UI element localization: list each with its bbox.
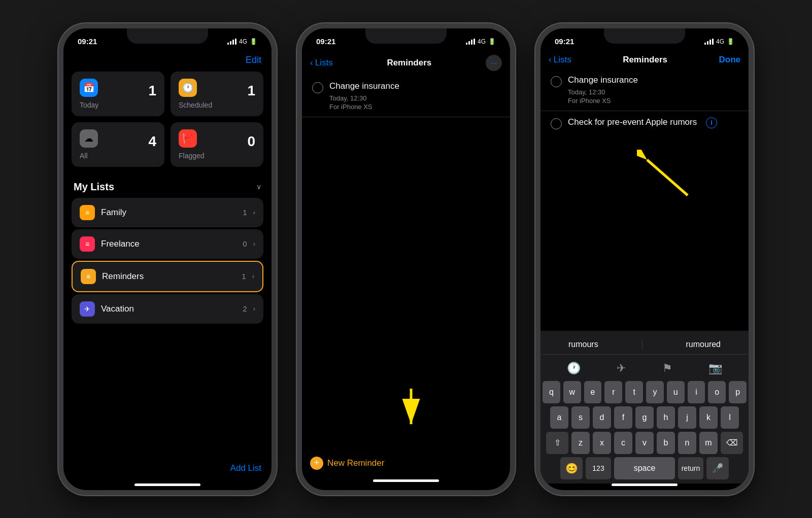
key-l[interactable]: l (721, 406, 739, 429)
mic-key[interactable]: 🎤 (706, 457, 729, 479)
reminder-change-insurance-3[interactable]: Change insurance Today, 12:30 For iPhone… (540, 69, 749, 111)
family-count: 1 (243, 208, 247, 217)
key-f[interactable]: f (614, 406, 632, 429)
nav-title-3: Reminders (623, 55, 667, 65)
yellow-arrow-down (391, 384, 431, 434)
reminder-circle-3a[interactable] (551, 76, 562, 87)
reminder-circle-1[interactable] (312, 82, 323, 93)
key-a[interactable]: a (550, 406, 568, 429)
reminder-sub1-3a: Today, 12:30 (551, 88, 738, 96)
reminders-count: 1 (242, 272, 246, 281)
clock-icon[interactable]: 🕐 (567, 362, 581, 375)
key-c[interactable]: c (614, 432, 632, 454)
key-k[interactable]: k (699, 406, 718, 429)
camera-icon[interactable]: 📷 (708, 362, 722, 375)
yellow-arrow-up (637, 150, 698, 200)
shift-key[interactable]: ⇧ (546, 432, 568, 454)
key-m[interactable]: m (699, 432, 718, 454)
key-r[interactable]: r (604, 381, 622, 403)
my-lists-title: My Lists (74, 181, 114, 193)
today-count: 1 (148, 83, 156, 99)
space-key[interactable]: space (614, 457, 675, 479)
nav-bar-3: ‹ Lists Reminders Done (540, 51, 749, 69)
key-row-3: ⇧ z x c v b n m ⌫ (543, 432, 747, 454)
location-icon[interactable]: ✈ (617, 362, 626, 375)
more-button-2[interactable]: ··· (486, 55, 502, 71)
status-icons-2: 4G 🔋 (466, 38, 496, 45)
key-t[interactable]: t (625, 381, 643, 403)
all-label: All (80, 152, 156, 160)
key-x[interactable]: x (593, 432, 611, 454)
vacation-icon: ✈ (80, 301, 95, 317)
key-e[interactable]: e (584, 381, 602, 403)
reminder-sub2-3a: For iPhone XS (551, 97, 738, 105)
home-indicator-2 (373, 479, 439, 482)
reminder-sub1-1: Today, 12:30 (312, 94, 500, 102)
network-label-3: 4G (716, 38, 724, 45)
key-p[interactable]: p (729, 381, 747, 403)
time-3: 09:21 (555, 37, 574, 46)
status-icons-3: 4G 🔋 (704, 38, 734, 45)
flagged-card[interactable]: 🚩 0 Flagged (171, 122, 263, 167)
key-u[interactable]: u (667, 381, 685, 403)
key-i[interactable]: i (688, 381, 705, 403)
reminder-circle-3b[interactable] (551, 118, 562, 129)
key-d[interactable]: d (593, 406, 611, 429)
status-icons-1: 4G 🔋 (227, 38, 257, 45)
more-icon: ··· (491, 58, 497, 67)
key-w[interactable]: w (563, 381, 581, 403)
list-item-freelance[interactable]: ≡ Freelance 0 › (72, 229, 263, 259)
key-y[interactable]: y (646, 381, 664, 403)
autocomplete-word-1[interactable]: rumours (560, 338, 606, 351)
keyboard-area: rumours rumoured 🕐 ✈ ⚑ 📷 q w e r (540, 331, 749, 484)
key-v[interactable]: v (635, 432, 654, 454)
reminders-name: Reminders (102, 271, 235, 282)
autocomplete-word-2[interactable]: rumoured (678, 338, 729, 351)
key-h[interactable]: h (657, 406, 675, 429)
freelance-count: 0 (243, 239, 247, 248)
list-item-family[interactable]: ≡ Family 1 › (72, 198, 263, 227)
edit-button[interactable]: Edit (246, 55, 261, 65)
today-icon: 📅 (80, 79, 98, 97)
info-button[interactable]: i (706, 117, 717, 128)
chevron-down-icon: ∨ (256, 183, 261, 191)
numbers-key[interactable]: 123 (586, 457, 611, 479)
reminder-sub2-1: For iPhone XS (312, 103, 500, 111)
signal-icon (227, 39, 236, 45)
key-o[interactable]: o (708, 381, 726, 403)
list-item-reminders[interactable]: ≡ Reminders 1 › (72, 261, 263, 292)
add-list-button[interactable]: Add List (63, 453, 272, 484)
key-q[interactable]: q (543, 381, 560, 403)
freelance-name: Freelance (101, 239, 236, 249)
signal-icon-3 (704, 39, 714, 45)
list-item-vacation[interactable]: ✈ Vacation 2 › (72, 294, 263, 324)
scheduled-card[interactable]: 🕐 1 Scheduled (171, 72, 263, 116)
emoji-key[interactable]: 😊 (560, 457, 583, 479)
key-s[interactable]: s (571, 406, 590, 429)
reminder-change-insurance[interactable]: Change insurance Today, 12:30 For iPhone… (302, 75, 510, 117)
key-b[interactable]: b (657, 432, 675, 454)
home-indicator-3 (612, 484, 678, 486)
delete-key[interactable]: ⌫ (721, 432, 743, 454)
list-items: ≡ Family 1 › ≡ Freelance 0 › (63, 198, 272, 324)
network-label-2: 4G (478, 38, 486, 45)
key-z[interactable]: z (571, 432, 590, 454)
back-button-3[interactable]: ‹ Lists (549, 55, 571, 65)
reminder-text-1: Change insurance (329, 81, 399, 91)
today-card[interactable]: 📅 1 Today (72, 72, 164, 116)
keyboard-icons-row: 🕐 ✈ ⚑ 📷 (543, 359, 747, 378)
done-button[interactable]: Done (719, 55, 740, 65)
flag-icon[interactable]: ⚑ (662, 362, 672, 375)
return-key[interactable]: return (678, 457, 703, 479)
key-n[interactable]: n (678, 432, 696, 454)
battery-icon-2: 🔋 (488, 38, 496, 45)
key-g[interactable]: g (635, 406, 654, 429)
reminder-check-apple[interactable]: Check for pre-event Apple rumors i (540, 111, 749, 135)
phone-2: 09:21 4G 🔋 ‹ Lists Reminders (297, 23, 515, 495)
screen-2-content: ‹ Lists Reminders ··· Change insurance T… (302, 51, 510, 490)
key-j[interactable]: j (678, 406, 696, 429)
reminders-chevron-icon: › (252, 272, 254, 280)
new-reminder-row[interactable]: + New Reminder (302, 457, 392, 470)
back-button-2[interactable]: ‹ Lists (310, 58, 333, 68)
all-card[interactable]: ☁ 4 All (72, 122, 164, 167)
